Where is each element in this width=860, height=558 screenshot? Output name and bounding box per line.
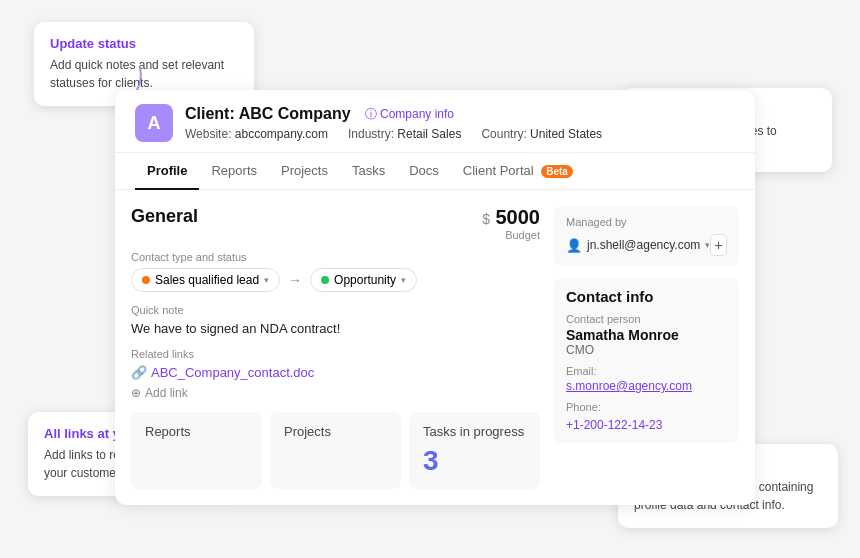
summary-reports-label: Reports <box>145 424 191 439</box>
client-name: Client: ABC Company <box>185 105 351 123</box>
email-label: Email: <box>566 365 727 377</box>
summary-tasks-label: Tasks in progress <box>423 424 524 439</box>
tab-reports[interactable]: Reports <box>199 153 269 190</box>
industry-meta: Industry: Retail Sales <box>348 127 461 141</box>
summary-projects-label: Projects <box>284 424 331 439</box>
budget-symbol: $ <box>482 211 490 227</box>
chevron-down-icon-2: ▾ <box>401 275 406 285</box>
card-header: A Client: ABC Company ⓘ Company info Web… <box>115 90 755 153</box>
tab-profile[interactable]: Profile <box>135 153 199 190</box>
doc-link-text: ABC_Company_contact.doc <box>151 365 314 380</box>
client-avatar: A <box>135 104 173 142</box>
tooltip-update-status-text: Add quick notes and set relevant statuse… <box>50 56 238 92</box>
tab-projects[interactable]: Projects <box>269 153 340 190</box>
general-title: General <box>131 206 198 227</box>
card-tabs: Profile Reports Projects Tasks Docs Clie… <box>115 153 755 190</box>
related-links-section: Related links 🔗 ABC_Company_contact.doc … <box>131 348 540 400</box>
contact-type-label: Contact type and status <box>131 251 540 263</box>
managed-user: 👤 jn.shell@agency.com ▾ <box>566 238 710 253</box>
add-link-label: Add link <box>145 386 188 400</box>
contact-info-card: Contact info Contact person Samatha Monr… <box>554 278 739 443</box>
left-panel: General $ 5000 Budget Contact type and s… <box>131 206 540 505</box>
status-to-label: Opportunity <box>334 273 396 287</box>
budget-area: $ 5000 Budget <box>482 206 540 241</box>
website-meta: Website: abccompany.com <box>185 127 328 141</box>
add-link-button[interactable]: ⊕ Add link <box>131 386 540 400</box>
beta-badge: Beta <box>541 165 573 178</box>
doc-link[interactable]: 🔗 ABC_Company_contact.doc <box>131 365 540 380</box>
right-panel: Managed by 👤 jn.shell@agency.com ▾ + Con… <box>554 206 739 505</box>
phone-label: Phone: <box>566 401 727 413</box>
status-from-pill[interactable]: Sales qualified lead ▾ <box>131 268 280 292</box>
status-to-pill[interactable]: Opportunity ▾ <box>310 268 417 292</box>
managed-by-label: Managed by <box>566 216 727 228</box>
status-row: Sales qualified lead ▾ → Opportunity ▾ <box>131 268 540 292</box>
header-meta: Website: abccompany.com Industry: Retail… <box>185 127 602 141</box>
summary-card-tasks[interactable]: Tasks in progress 3 <box>409 412 540 489</box>
country-meta: Country: United States <box>481 127 602 141</box>
arrow-right-icon: → <box>288 272 302 288</box>
manager-email: jn.shell@agency.com <box>587 238 700 252</box>
contact-phone: +1-200-122-14-23 <box>566 418 662 432</box>
budget-amount: 5000 <box>496 206 541 228</box>
related-links-label: Related links <box>131 348 540 360</box>
status-from-label: Sales qualified lead <box>155 273 259 287</box>
contact-info-title: Contact info <box>566 288 727 305</box>
general-header: General $ 5000 Budget <box>131 206 540 241</box>
summary-card-projects[interactable]: Projects <box>270 412 401 489</box>
contact-email-link[interactable]: s.monroe@agency.com <box>566 379 727 393</box>
tasks-count: 3 <box>423 445 526 477</box>
tab-docs[interactable]: Docs <box>397 153 451 190</box>
main-card: A Client: ABC Company ⓘ Company info Web… <box>115 90 755 505</box>
managed-by-card: Managed by 👤 jn.shell@agency.com ▾ + <box>554 206 739 266</box>
status-dot-orange <box>142 276 150 284</box>
summary-row: Reports Projects Tasks in progress 3 <box>131 412 540 505</box>
status-dot-green <box>321 276 329 284</box>
tab-tasks[interactable]: Tasks <box>340 153 397 190</box>
managed-row: 👤 jn.shell@agency.com ▾ + <box>566 234 727 256</box>
card-body: General $ 5000 Budget Contact type and s… <box>115 190 755 505</box>
company-info-link[interactable]: ⓘ Company info <box>365 106 454 123</box>
user-icon: 👤 <box>566 238 582 253</box>
quick-note-text: We have to signed an NDA contract! <box>131 321 540 336</box>
summary-card-reports[interactable]: Reports <box>131 412 262 489</box>
add-manager-button[interactable]: + <box>710 234 727 256</box>
tooltip-update-status-title: Update status <box>50 36 238 51</box>
budget-label: Budget <box>482 229 540 241</box>
contact-person-label: Contact person <box>566 313 727 325</box>
quick-note-section: Quick note We have to signed an NDA cont… <box>131 304 540 336</box>
contact-role: CMO <box>566 343 727 357</box>
chevron-down-icon: ▾ <box>264 275 269 285</box>
add-link-icon: ⊕ <box>131 386 141 400</box>
contact-name: Samatha Monroe <box>566 327 727 343</box>
doc-icon: 🔗 <box>131 365 147 380</box>
tab-client-portal[interactable]: Client Portal Beta <box>451 153 585 190</box>
quick-note-label: Quick note <box>131 304 540 316</box>
